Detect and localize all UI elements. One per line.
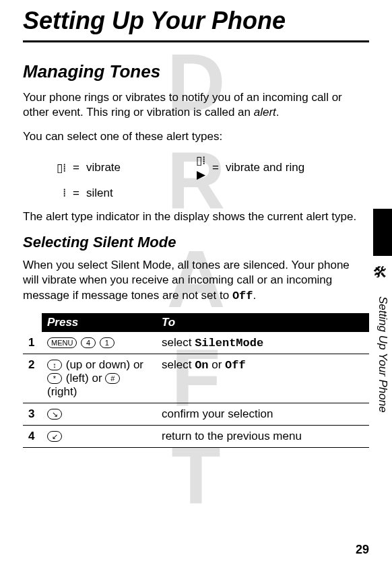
chapter-rule xyxy=(23,40,369,42)
step-press: ↕ (up or down) or * (left) or # (right) xyxy=(42,354,156,403)
equals-sign: = xyxy=(209,161,222,174)
press-txt3: (right) xyxy=(47,385,77,398)
to-a: select xyxy=(162,336,195,349)
steps-table: Press To 1 MENU 4 1 select SilentMode 2 … xyxy=(23,313,369,448)
step-to: return to the previous menu xyxy=(156,425,369,447)
press-txt1: (up or down) or xyxy=(63,358,143,371)
key-hash: # xyxy=(105,373,120,384)
intro-p1-tail: . xyxy=(276,106,280,119)
table-row: 3 ↘ confirm your selection xyxy=(23,403,369,425)
table-row: 2 ↕ (up or down) or * (left) or # (right… xyxy=(23,354,369,403)
silent-icon: ⁞ xyxy=(50,186,66,200)
step-to: select SilentMode xyxy=(156,332,369,354)
step-num: 2 xyxy=(23,354,42,403)
subsection-paragraph: When you select Silent Mode, all tones a… xyxy=(23,258,360,303)
chapter-title: Setting Up Your Phone xyxy=(23,7,369,35)
equals-sign: = xyxy=(70,187,82,200)
table-row: 4 ↙ return to the previous menu xyxy=(23,425,369,447)
step-to: confirm your selection xyxy=(156,403,369,425)
table-head-to: To xyxy=(156,313,369,332)
step-num: 3 xyxy=(23,403,42,425)
sub-p1-a: When you select Silent Mode, all tones a… xyxy=(23,259,350,301)
to-mono: SilentMode xyxy=(195,337,263,350)
alert-types-grid: ▯⁞ = vibrate ▯⁞▶ = vibrate and ring ⁞ = … xyxy=(50,154,369,200)
step-to: select On or Off xyxy=(156,354,369,403)
key-star: * xyxy=(47,373,62,384)
intro-p1-a: Your phone rings or vibrates to notify y… xyxy=(23,91,342,119)
equals-sign: = xyxy=(70,161,82,174)
table-head-blank xyxy=(23,313,42,332)
silent-label: silent xyxy=(86,187,185,200)
sub-p1-b: . xyxy=(253,289,257,302)
key-nav: ↕ xyxy=(47,360,62,370)
intro-paragraph-1: Your phone rings or vibrates to notify y… xyxy=(23,90,360,120)
press-txt2: (left) or xyxy=(63,372,105,385)
table-head-press: Press xyxy=(42,313,156,332)
key-softleft: ↙ xyxy=(47,431,62,442)
step-num: 4 xyxy=(23,425,42,447)
key-softright: ↘ xyxy=(47,409,62,420)
subsection-title: Selecting Silent Mode xyxy=(23,234,369,251)
vibrate-label: vibrate xyxy=(86,161,185,174)
to-a: select xyxy=(162,358,195,371)
step-press: ↘ xyxy=(42,403,156,425)
key-1: 1 xyxy=(100,337,115,348)
step-press: MENU 4 1 xyxy=(42,332,156,354)
vibrate-icon: ▯⁞ xyxy=(50,161,66,175)
intro-p1-em: alert xyxy=(254,106,276,119)
table-row: 1 MENU 4 1 select SilentMode xyxy=(23,332,369,354)
step-num: 1 xyxy=(23,332,42,354)
to-mono2: Off xyxy=(225,359,246,372)
intro-paragraph-3: The alert type indicator in the display … xyxy=(23,209,360,224)
step-press: ↙ xyxy=(42,425,156,447)
vibrate-ring-label: vibrate and ring xyxy=(226,161,369,174)
vibrate-ring-icon: ▯⁞▶ xyxy=(189,154,205,182)
page-number: 29 xyxy=(356,543,369,557)
to-mono: On xyxy=(195,359,208,372)
key-menu: MENU xyxy=(47,337,77,348)
sub-p1-mono: Off xyxy=(232,290,253,302)
key-4: 4 xyxy=(81,337,96,348)
section-title: Managing Tones xyxy=(23,61,369,82)
intro-paragraph-2: You can select one of these alert types: xyxy=(23,129,360,144)
to-mid: or xyxy=(209,358,226,371)
